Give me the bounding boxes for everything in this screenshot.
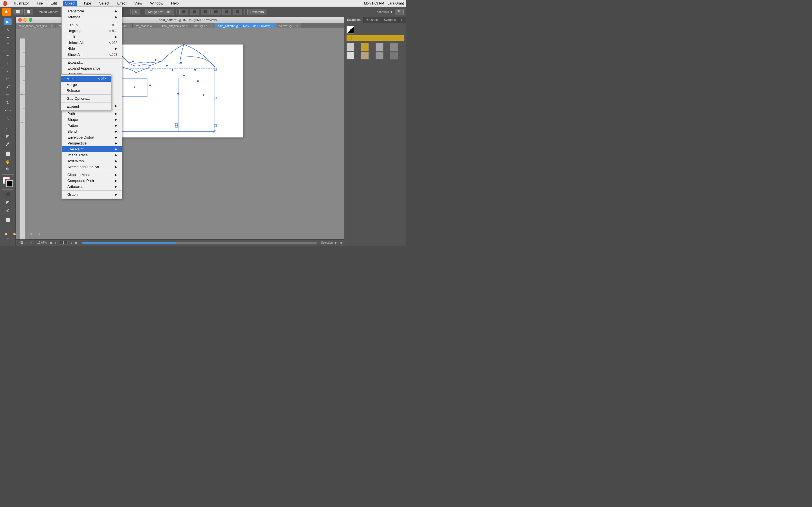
blend-tool[interactable]: ∞ [4,124,11,132]
pen-tool[interactable]: ✒ [4,52,11,59]
menu-show-all[interactable]: Show All ⌥⌘3 [62,52,122,57]
merge-live-paint-btn[interactable]: Merge Live Paint [146,9,174,15]
swatch-2[interactable] [361,43,369,51]
swatch-4[interactable] [390,43,398,51]
swatch-5[interactable] [347,52,354,59]
menu-live-paint[interactable]: Live Paint ▶ [62,146,122,152]
hand-tool[interactable]: ✋ [4,158,11,165]
pencil-tool[interactable]: ✏ [4,91,11,98]
tab-close-4[interactable]: × [186,24,188,27]
apple-menu[interactable]: 🍎 [2,1,8,6]
align-top[interactable]: ⬛ [211,9,220,15]
menu-effect[interactable]: Effect [116,1,128,6]
tab-brushes[interactable]: Brushes [364,17,381,23]
tab-close-2[interactable]: × [128,24,130,27]
menu-blend[interactable]: Blend ▶ [62,128,122,134]
menu-unlock-all[interactable]: Unlock All ⌥⌘2 [62,40,122,46]
artboard-tool[interactable]: ⬜ [4,150,11,158]
menu-clipping-mask[interactable]: Clipping Mask ▶ [62,172,122,178]
menu-type[interactable]: Type [82,1,93,6]
align-center[interactable]: ⬛ [190,9,199,15]
tab-symbols[interactable]: Symbols [381,17,399,23]
menu-illustrator[interactable]: Illustrator [12,1,31,6]
tab-close-7[interactable]: × [296,24,298,27]
new-doc-btn[interactable]: ⬜ [13,9,22,15]
menu-sketch-line-art[interactable]: Sketch and Line Art ▶ [62,164,122,170]
swatch-item-active[interactable] [347,35,404,41]
color-preview[interactable] [3,177,13,187]
menu-envelope-distort[interactable]: Envelope Distort ▶ [62,134,122,140]
new-swatch-btn[interactable]: + [19,230,27,238]
menu-image-trace[interactable]: Image Trace ▶ [62,152,122,158]
menu-group[interactable]: Group ⌘G [62,22,122,28]
tab-close-6[interactable]: × [271,24,273,27]
menu-text-wrap[interactable]: Text Wrap ▶ [62,158,122,164]
tab-swatches[interactable]: Swatches [344,17,364,23]
swatch-8[interactable] [390,52,398,59]
style-selector[interactable] [124,9,131,15]
menu-object[interactable]: Object [63,1,77,6]
menu-expand[interactable]: Expand... [62,59,122,65]
prev-page[interactable]: ◀ [49,240,52,245]
scroll-left[interactable]: ◀ [340,241,342,244]
align-left[interactable]: ⬛ [179,9,188,15]
swatch-1[interactable] [347,43,354,51]
gradient-box-btn[interactable]: ◩ [4,199,11,206]
prev-page2[interactable]: ◁ [54,240,57,245]
page-input[interactable] [59,241,68,244]
swatch-6[interactable] [361,52,369,59]
align-right[interactable]: ⬛ [201,9,210,15]
menu-flatten-transparency[interactable]: Flatten Transparency... [62,95,122,101]
panel-expand-btn[interactable]: ⊞ [405,17,406,22]
menu-view[interactable]: View [133,1,144,6]
menu-perspective[interactable]: Perspective ▶ [62,140,122,146]
align-mid[interactable]: ⬛ [222,9,231,15]
maximize-btn[interactable] [29,18,33,22]
direct-selection-tool[interactable]: ↖ [4,26,11,33]
style-options[interactable]: ⚙ [132,9,140,15]
gradient-tool[interactable]: ◩ [4,132,11,140]
swatch-3[interactable] [375,43,384,51]
swatch-7[interactable] [375,52,384,59]
status-right-btn[interactable]: ↗ [28,239,35,246]
menu-shape[interactable]: Shape ▶ [62,117,122,122]
menu-expand-appearance[interactable]: Expand Appearance [62,65,122,71]
new-color-swatch-btn[interactable]: 🎨 [11,230,18,238]
swatch-library-btn[interactable]: ≡ [36,230,43,238]
menu-help[interactable]: Help [169,1,181,6]
menu-slice[interactable]: Slice ▶ [62,103,122,109]
line-tool[interactable]: / [4,67,11,75]
menu-create-trim-marks[interactable]: Create Trim Marks [62,89,122,95]
minimize-btn[interactable] [23,18,27,22]
menu-pattern[interactable]: Pattern ▶ [62,122,122,128]
color-mode-btn[interactable]: ⬛ [4,191,11,198]
menu-file[interactable]: File [35,1,44,6]
new-art-btn[interactable]: 📄 [24,9,33,15]
lasso-tool[interactable]: ⌒ [4,42,11,49]
eyedropper-tool[interactable]: 💉 [4,140,11,148]
menu-ungroup[interactable]: Ungroup ⇧⌘G [62,28,122,34]
delete-swatch-btn[interactable]: 🗑 [28,230,35,238]
menu-path[interactable]: Path ▶ [62,111,122,117]
menu-hide[interactable]: Hide ▶ [62,46,122,52]
menu-graph[interactable]: Graph ▶ [62,191,122,198]
menu-lock[interactable]: Lock ▶ [62,34,122,40]
scale-tool[interactable]: ⤡ [4,115,11,122]
menu-arrange[interactable]: Arrange ▶ [62,14,122,20]
paintbrush-tool[interactable]: 🖌 [4,83,11,91]
menu-rasterize[interactable]: Rasterize... [62,71,122,77]
menu-select[interactable]: Select [98,1,111,6]
tab-close-0[interactable]: × [51,24,53,27]
menu-transform[interactable]: Transform ▶ [62,8,122,14]
screen-mode-btn[interactable]: ⬜ [4,216,11,224]
rotate-tool[interactable]: ↻ [4,99,11,106]
type-tool[interactable]: T [4,59,11,67]
menu-artboards[interactable]: Artboards ▶ [62,184,122,189]
close-btn[interactable] [18,18,22,22]
reflect-tool[interactable]: ⟺ [4,107,11,114]
background-color[interactable] [6,180,13,187]
status-left-btn[interactable]: 🖼 [18,239,26,246]
tab-close-3[interactable]: × [154,24,156,27]
magic-wand-tool[interactable]: ✦ [4,34,11,41]
panel-menu-btn[interactable]: ≡ [399,17,404,22]
